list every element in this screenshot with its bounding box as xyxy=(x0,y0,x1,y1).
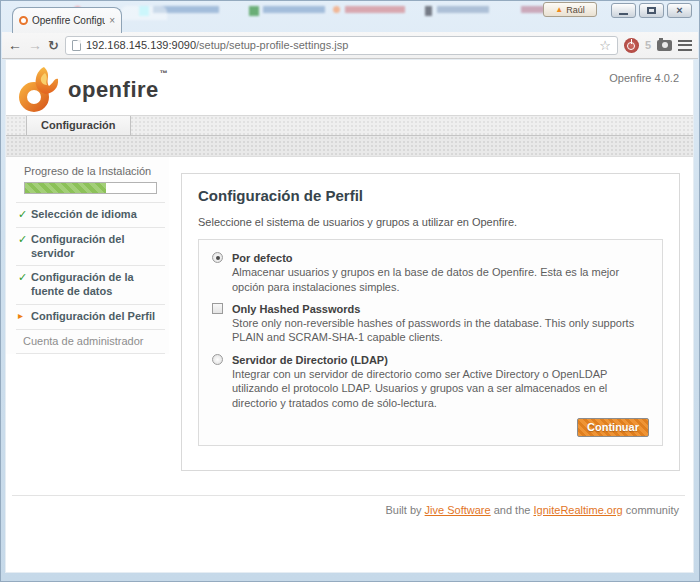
option-ldap[interactable]: Servidor de Directorio (LDAP) Integrar c… xyxy=(212,353,649,410)
url-text[interactable]: 192.168.145.139:9090/setup/setup-profile… xyxy=(86,39,594,51)
site-header: openfire™ Openfire 4.0.2 xyxy=(6,60,693,115)
blurred-bookmark-icon xyxy=(333,6,340,13)
bookmark-star-icon[interactable]: ☆ xyxy=(599,38,611,53)
profile-settings-card: Configuración de Perfil Seleccione el si… xyxy=(181,173,680,471)
blurred-bookmark-text xyxy=(345,6,405,13)
page-icon xyxy=(72,40,81,51)
blurred-bookmark-icon xyxy=(425,6,432,16)
divider-band xyxy=(6,136,693,157)
close-button[interactable]: × xyxy=(667,3,692,18)
maximize-button[interactable] xyxy=(639,3,664,18)
radio-ldap[interactable] xyxy=(212,354,223,365)
progress-fill xyxy=(25,183,106,193)
check-icon: ✓ xyxy=(18,208,31,222)
jive-software-link[interactable]: Jive Software xyxy=(425,504,491,516)
minimize-icon xyxy=(619,13,628,15)
browser-toolbar: ← → ↻ 192.168.145.139:9090/setup/setup-p… xyxy=(2,32,698,59)
tab-title: Openfire Configuración: C xyxy=(32,15,105,26)
setup-sidebar: Progreso de la Instalación ✓ Selección d… xyxy=(6,157,169,354)
step-fuente-datos: ✓ Configuración de la fuente de datos xyxy=(16,265,165,304)
step-seleccion-idioma: ✓ Selección de idioma xyxy=(16,202,165,227)
openfire-logo: openfire™ xyxy=(18,66,167,113)
forward-icon: → xyxy=(28,38,42,52)
back-icon[interactable]: ← xyxy=(8,38,22,52)
content-area: Progreso de la Instalación ✓ Selección d… xyxy=(6,157,693,471)
step-configuracion-servidor: ✓ Configuración del servidor xyxy=(16,227,165,266)
chrome-menu-icon[interactable] xyxy=(678,40,692,51)
option-por-defecto[interactable]: Por defecto Almacenar usuarios y grupos … xyxy=(212,251,649,294)
page-content: openfire™ Openfire 4.0.2 Configuración P… xyxy=(5,59,694,573)
progress-bar xyxy=(24,182,157,194)
blurred-new-tab xyxy=(121,6,167,20)
blurred-bookmark-icon xyxy=(249,6,259,16)
profile-name: Raúl xyxy=(566,5,585,15)
profile-options-box: Por defecto Almacenar usuarios y grupos … xyxy=(198,239,663,446)
warning-icon: ▲ xyxy=(555,6,563,14)
step-cuenta-administrador: Cuenta de administrador xyxy=(16,329,165,355)
brand-name: openfire™ xyxy=(68,77,167,103)
continue-button[interactable]: Continuar xyxy=(577,418,649,437)
minimize-button[interactable] xyxy=(611,3,636,18)
step-configuracion-perfil: ▸ Configuración del Perfil xyxy=(16,304,165,329)
blurred-bookmark-text xyxy=(437,6,489,13)
maximize-icon xyxy=(647,7,656,14)
version-label: Openfire 4.0.2 xyxy=(609,72,679,84)
address-bar[interactable]: 192.168.145.139:9090/setup/setup-profile… xyxy=(65,36,618,55)
option-hashed-passwords[interactable]: Only Hashed Passwords Store only non-rev… xyxy=(212,302,649,345)
admin-tab-bar: Configuración xyxy=(6,115,693,136)
page-subtitle: Seleccione el sistema de usuarios y grup… xyxy=(198,216,663,228)
igniterealtime-link[interactable]: IgniteRealtime.org xyxy=(533,504,622,516)
power-extension-icon[interactable] xyxy=(624,38,639,53)
faded-extension-icon[interactable]: 5 xyxy=(645,39,651,51)
reload-icon[interactable]: ↻ xyxy=(48,39,59,52)
check-icon: ✓ xyxy=(18,233,31,261)
browser-tab[interactable]: Openfire Configuración: C × xyxy=(12,7,122,33)
check-icon: ✓ xyxy=(18,271,31,299)
tab-configuracion[interactable]: Configuración xyxy=(26,116,131,135)
window-controls: × xyxy=(611,3,692,18)
checkbox-hashed-passwords[interactable] xyxy=(212,303,223,314)
trademark: ™ xyxy=(160,69,169,78)
current-step-arrow-icon: ▸ xyxy=(18,310,31,324)
setup-steps: ✓ Selección de idioma ✓ Configuración de… xyxy=(16,202,165,354)
camera-extension-icon[interactable] xyxy=(657,40,672,51)
page-footer: Built by Jive Software and the IgniteRea… xyxy=(12,495,685,516)
close-icon: × xyxy=(676,5,682,16)
page-title: Configuración de Perfil xyxy=(198,187,663,204)
openfire-favicon-icon xyxy=(19,16,28,25)
profile-button[interactable]: ▲ Raúl xyxy=(543,2,597,17)
radio-por-defecto[interactable] xyxy=(212,252,223,263)
tab-close-icon[interactable]: × xyxy=(109,15,115,26)
blurred-bookmark-text xyxy=(263,6,325,13)
progress-title: Progreso de la Instalación xyxy=(16,163,165,182)
main-panel: Configuración de Perfil Seleccione el si… xyxy=(169,157,693,471)
flame-logo-icon xyxy=(18,66,60,113)
browser-window: ▲ Raúl × Openfire Configuración: C × ← →… xyxy=(0,0,700,582)
